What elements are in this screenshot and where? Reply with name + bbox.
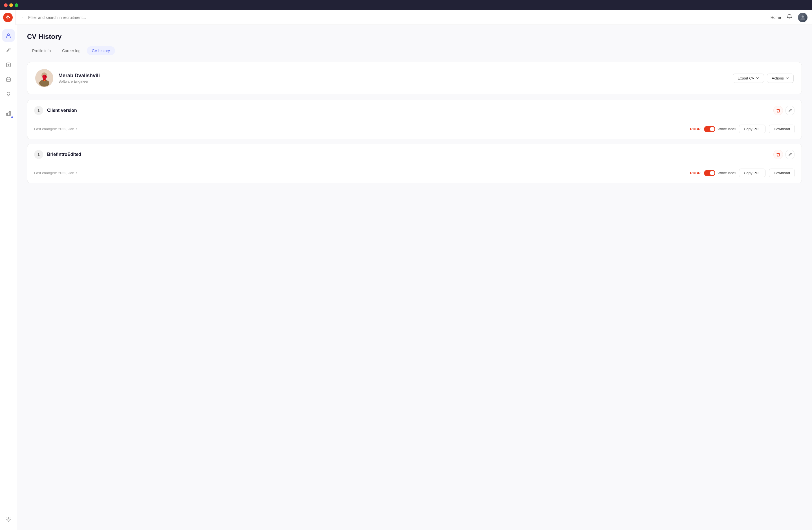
tab-career-log[interactable]: Career log: [57, 46, 85, 55]
avatar[interactable]: [798, 13, 808, 22]
chevron-down-icon: [756, 76, 759, 80]
cv-card-1-footer: Last changed: 2022, Jan 7 RDBR White lab…: [34, 124, 795, 133]
cv-card-1: 1 Client version Last chan: [27, 100, 802, 139]
profile-role: Software Engineer: [58, 79, 728, 84]
profile-avatar: 🥊: [35, 69, 53, 87]
cv-2-delete-button[interactable]: [773, 150, 783, 159]
cv-1-white-label: White label: [717, 127, 736, 131]
cv-1-name: Client version: [47, 108, 769, 113]
actions-button[interactable]: Actions: [767, 74, 794, 83]
svg-rect-5: [8, 112, 9, 116]
edit-icon: [788, 108, 792, 113]
logo-icon: [5, 15, 11, 20]
sidebar-item-bulb[interactable]: [2, 88, 15, 100]
cv-card-1-header: 1 Client version: [34, 106, 795, 120]
cv-1-last-changed: Last changed: 2022, Jan 7: [34, 127, 686, 131]
main-layout: CV History Profile info Career log CV hi…: [0, 25, 812, 530]
profile-actions: Export CV Actions: [733, 74, 794, 83]
cv-2-download-button[interactable]: Download: [769, 168, 795, 177]
tab-cv-history[interactable]: CV history: [87, 46, 115, 55]
cv-1-label: RDBR: [690, 127, 701, 131]
cv-2-number: 1: [34, 150, 43, 159]
sidebar-item-settings[interactable]: [2, 513, 15, 526]
svg-point-0: [801, 15, 804, 18]
bulb-icon: [6, 91, 11, 97]
cv-1-download-button[interactable]: Download: [769, 124, 795, 133]
cv-card-2-header: 1 BriefIntroEdited: [34, 150, 795, 164]
cv-2-name: BriefIntroEdited: [47, 152, 769, 157]
export-cv-label: Export CV: [738, 76, 754, 80]
logo-circle: [3, 13, 13, 22]
dot-red[interactable]: [4, 3, 8, 7]
trash-icon-2: [776, 152, 780, 157]
search-input[interactable]: [28, 15, 771, 20]
cv-1-delete-button[interactable]: [773, 106, 783, 115]
tab-profile-info[interactable]: Profile info: [27, 46, 56, 55]
svg-point-7: [8, 519, 9, 520]
sidebar-item-chart[interactable]: [2, 107, 15, 120]
sidebar-item-people[interactable]: [2, 29, 15, 42]
sidebar-item-tools[interactable]: [2, 44, 15, 56]
content-area: CV History Profile info Career log CV hi…: [17, 25, 812, 530]
cv-2-last-changed: Last changed: 2022, Jan 7: [34, 171, 686, 175]
svg-rect-4: [6, 113, 8, 116]
box-icon: [6, 62, 11, 68]
cv-2-white-label: White label: [717, 171, 736, 175]
navbar: › Home: [0, 10, 812, 25]
sidebar-divider-bottom: [2, 512, 11, 512]
dot-yellow[interactable]: [9, 3, 13, 7]
tools-icon: [6, 47, 11, 53]
tabs: Profile info Career log CV history: [27, 46, 802, 55]
sidebar: [0, 25, 17, 530]
chart-icon: [6, 111, 11, 116]
window-chrome: [0, 0, 812, 10]
profile-name: Merab Dvalishvili: [58, 73, 728, 79]
svg-rect-6: [9, 112, 11, 116]
svg-text:🥊: 🥊: [41, 74, 48, 81]
people-icon: [6, 33, 11, 38]
chevron-down-icon-2: [785, 76, 789, 80]
edit-icon-2: [788, 152, 792, 157]
dot-green[interactable]: [15, 3, 18, 7]
logo[interactable]: [0, 10, 16, 25]
cv-1-toggle-wrapper: White label: [704, 126, 736, 132]
cv-1-edit-button[interactable]: [785, 106, 795, 115]
cv-1-copy-pdf-button[interactable]: Copy PDF: [739, 124, 766, 133]
cv-2-copy-pdf-button[interactable]: Copy PDF: [739, 168, 766, 177]
sidebar-item-calendar[interactable]: [2, 73, 15, 86]
cv-card-2-footer: Last changed: 2022, Jan 7 RDBR White lab…: [34, 168, 795, 177]
sidebar-item-box[interactable]: [2, 59, 15, 71]
cv-2-toggle[interactable]: [704, 170, 715, 176]
cv-1-actions: [773, 106, 795, 115]
cv-2-edit-button[interactable]: [785, 150, 795, 159]
expand-button[interactable]: ›: [18, 14, 26, 21]
window-dots: [4, 3, 18, 7]
profile-card: 🥊 Merab Dvalishvili Software Engineer Ex…: [27, 62, 802, 94]
trash-icon: [776, 108, 780, 113]
page-title: CV History: [27, 33, 802, 41]
profile-info: Merab Dvalishvili Software Engineer: [58, 73, 728, 84]
cv-card-2: 1 BriefIntroEdited Last ch: [27, 144, 802, 183]
svg-rect-3: [6, 78, 11, 82]
settings-icon: [6, 516, 11, 522]
calendar-icon: [6, 77, 11, 82]
cv-1-toggle[interactable]: [704, 126, 715, 132]
cv-2-toggle-wrapper: White label: [704, 170, 736, 176]
navbar-right: Home: [771, 13, 808, 22]
home-link[interactable]: Home: [771, 15, 781, 20]
actions-label: Actions: [772, 76, 784, 80]
cv-2-actions: [773, 150, 795, 159]
export-cv-button[interactable]: Export CV: [733, 74, 764, 83]
cv-2-label: RDBR: [690, 171, 701, 175]
cv-1-number: 1: [34, 106, 43, 115]
sidebar-divider: [4, 104, 13, 104]
notification-bell-icon[interactable]: [787, 14, 792, 21]
